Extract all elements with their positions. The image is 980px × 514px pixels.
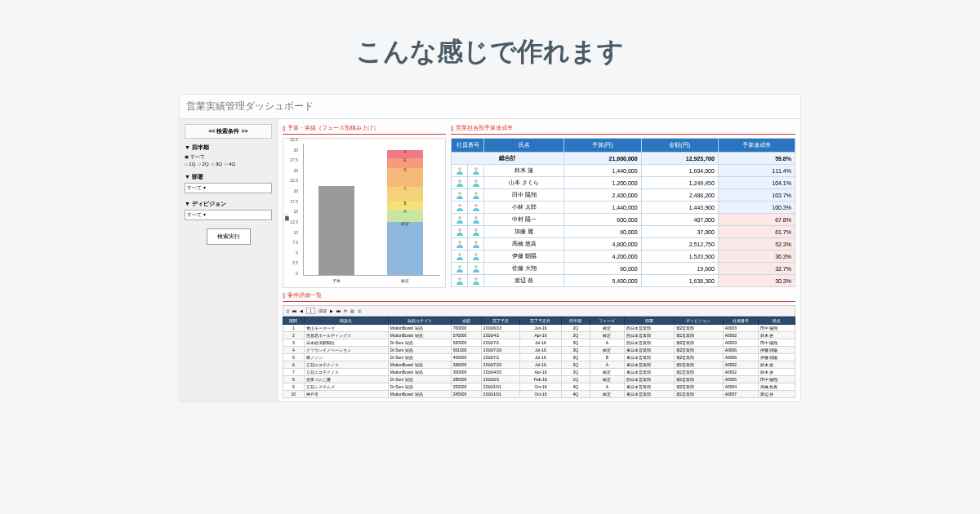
- cell: A: [590, 383, 625, 391]
- cell: 鈴木 蓮: [758, 369, 795, 376]
- first-page-icon[interactable]: ⏮: [292, 308, 296, 313]
- budget-cell: 4,800,000: [564, 238, 641, 250]
- table-row[interactable]: 田中 陽翔2,400,0002,488,200103.7%: [452, 189, 795, 202]
- table-row[interactable]: 佐藤 大翔60,00019,60032.7%: [452, 263, 795, 275]
- table-row[interactable]: 10神戸市MotionBoard 製品2450002016/10/1Oct-16…: [283, 391, 795, 398]
- cell: 3: [283, 339, 305, 347]
- cell: 田中 陽翔: [758, 376, 795, 383]
- table-row[interactable]: 伊藤 朝陽4,200,0001,523,50036.3%: [452, 250, 795, 263]
- table-row[interactable]: 9立花システムズDr.Sum 製品2520002016/10/1Oct-164Q…: [283, 383, 795, 391]
- table-row[interactable]: 3日本経済新聞社Dr.Sum 製品5200002016/7/1Jul-163QA…: [283, 339, 795, 347]
- page-input[interactable]: 1: [306, 308, 315, 314]
- table-row[interactable]: 加藤 麗60,00037,00061.7%: [452, 226, 795, 238]
- name-cell: 鈴木 蓮: [484, 165, 564, 177]
- total-row: 総合計21,600,00012,923,70059.8%: [452, 153, 795, 165]
- rate-cell: 36.3%: [718, 250, 795, 263]
- page-total: /212: [318, 308, 327, 313]
- table-row[interactable]: 渡辺 葵5,400,0001,638,30030.3%: [452, 275, 795, 287]
- table-row[interactable]: 1青山モーターズMotionBoard 製品7000002016/6/13Jun…: [283, 325, 795, 332]
- next-page-icon[interactable]: ▶: [330, 308, 333, 313]
- amount-cell: 19,600: [641, 263, 718, 275]
- table-row[interactable]: 4クラウンイノベーションDr.Sum 製品5010002016/7/19Jul-…: [283, 347, 795, 354]
- cell: 7: [283, 369, 305, 376]
- app-window: 営業実績管理ダッシュボード << 検索条件 >> ▼ 四半期◉ すべて○ 1Q○…: [180, 95, 800, 401]
- radio-option[interactable]: ◉ すべて: [185, 153, 205, 161]
- table-row[interactable]: 6立花ニコテクノスMotionBoard 製品3360002016/7/15Ju…: [283, 361, 795, 369]
- chart-icon[interactable]: ▥: [358, 308, 362, 313]
- cell: 6: [283, 361, 305, 369]
- table-row[interactable]: 鈴木 蓮1,440,0001,604,000111.4%: [452, 165, 795, 177]
- total-label: 総合計: [452, 153, 564, 165]
- detail-table: 期間商談名製品カテゴリ金額完了予定完了予定月四半期フェーズ部署ディビジョン社員番…: [283, 317, 795, 398]
- chart-segment: D: [387, 168, 423, 187]
- cell: A0002: [723, 361, 758, 369]
- filter-select[interactable]: すべて ▾: [185, 210, 272, 220]
- radio-option[interactable]: ○ 4Q: [225, 162, 235, 166]
- amount-cell: 1,249,450: [641, 177, 718, 189]
- cell: A0007: [723, 391, 758, 398]
- prev-page-icon[interactable]: ◀: [300, 308, 303, 313]
- budget-cell: 60,000: [564, 226, 641, 238]
- cell: 東日本営業部: [625, 383, 674, 391]
- cell: 第1営業部: [674, 369, 723, 376]
- table-row[interactable]: 7立花ニコテクノスMotionBoard 製品3000002016/4/15Ap…: [283, 369, 795, 376]
- name-cell: 伊藤 朝陽: [484, 250, 564, 263]
- y-tick: 0: [296, 272, 298, 276]
- cell: 高橋 悠真: [758, 383, 795, 391]
- excel-export-icon[interactable]: ▦: [350, 308, 354, 313]
- y-tick: 22.5: [290, 179, 298, 183]
- cell: A0006: [723, 347, 758, 354]
- radio-option[interactable]: ○ 1Q: [185, 162, 195, 166]
- filter-select[interactable]: すべて ▾: [185, 183, 272, 193]
- budget-cell: 1,440,000: [564, 202, 641, 214]
- cell: Dr.Sum 製品: [388, 347, 451, 354]
- table-row[interactable]: 2住居老ホールディングスMotionBoard 製品5760002016/4/1…: [283, 332, 795, 339]
- avatar: [468, 238, 484, 250]
- cell: B: [590, 354, 625, 361]
- budget-cell: 1,200,000: [564, 177, 641, 189]
- table-row[interactable]: 5蝶ノジンDr.Sum 製品4000002016/7/1Jul-163QB東日本…: [283, 354, 795, 361]
- cell: クラウンイノベーション: [304, 347, 388, 354]
- cell: 第2営業部: [674, 339, 723, 347]
- table-row[interactable]: 小林 太郎1,440,0001,443,900100.3%: [452, 202, 795, 214]
- radio-option[interactable]: ○ 3Q: [212, 162, 222, 166]
- cell: A: [590, 339, 625, 347]
- table-header: 社員番号: [452, 139, 484, 153]
- y-tick: 20: [293, 189, 298, 193]
- cell: A0003: [723, 325, 758, 332]
- cell: 400000: [451, 354, 481, 361]
- cell: 東日本営業部: [625, 369, 674, 376]
- table-row[interactable]: 8住友ゴム三菱Dr.Sum 製品2850002016/2/1Feb-161Q確定…: [283, 376, 795, 383]
- detail-toolbar[interactable]: ⎙ ⏮ ◀ 1 /212 ▶ ⏭ ⟳ ▦ ▥: [283, 305, 795, 317]
- cell: 700000: [451, 325, 481, 332]
- cell: 576000: [451, 332, 481, 339]
- cell: 東日本営業部: [625, 354, 674, 361]
- refresh-icon[interactable]: ⟳: [344, 308, 347, 313]
- table-row[interactable]: 山本 さくら1,200,0001,249,450104.1%: [452, 177, 795, 189]
- cell: A0005: [723, 376, 758, 383]
- amount-cell: 1,638,300: [641, 275, 718, 287]
- cell: MotionBoard 製品: [388, 369, 451, 376]
- avatar: [468, 214, 484, 226]
- cell: 第1営業部: [674, 376, 723, 383]
- last-page-icon[interactable]: ⏭: [336, 308, 341, 313]
- cell: 住居老ホールディングス: [304, 332, 388, 339]
- table-header: 製品カテゴリ: [388, 317, 451, 325]
- table-row[interactable]: 高橋 悠真4,800,0002,512,75052.3%: [452, 238, 795, 250]
- name-cell: 田中 陽翔: [484, 189, 564, 202]
- export-icon[interactable]: ⎙: [287, 308, 289, 313]
- search-conditions-header: << 検索条件 >>: [185, 124, 272, 139]
- cell: 2: [283, 332, 305, 339]
- filter-group: ▼ 四半期◉ すべて○ 1Q○ 2Q○ 3Q○ 4Q: [185, 144, 272, 166]
- cell: Jul-16: [519, 339, 562, 347]
- cell: 4Q: [562, 383, 590, 391]
- search-button[interactable]: 検索実行: [207, 228, 251, 245]
- svg-point-9: [474, 216, 478, 219]
- cell: 日本経済新聞社: [304, 339, 388, 347]
- svg-point-3: [474, 179, 478, 183]
- svg-point-8: [458, 216, 461, 219]
- cell: MotionBoard 製品: [388, 361, 451, 369]
- filter-group: ▼ ディビジョンすべて ▾: [185, 200, 272, 220]
- radio-option[interactable]: ○ 2Q: [198, 162, 208, 166]
- table-row[interactable]: 中村 陽一600,000407,00067.8%: [452, 214, 795, 226]
